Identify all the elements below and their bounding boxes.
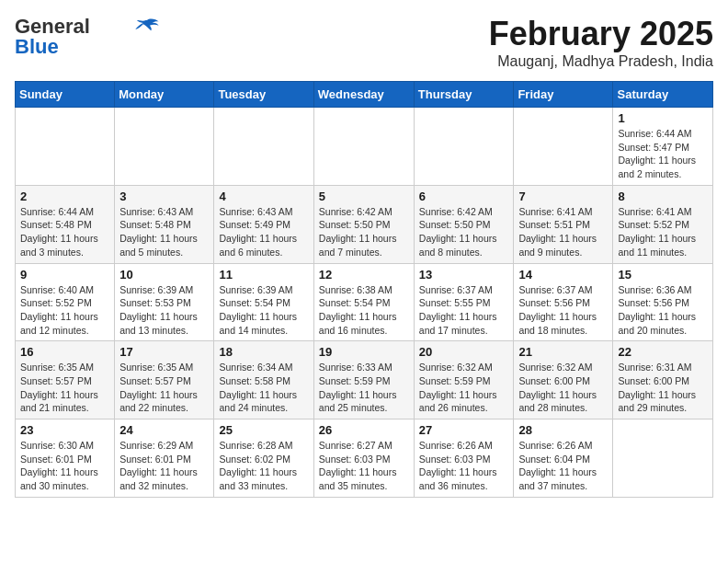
day-number: 14 [518, 268, 608, 282]
day-number: 22 [618, 345, 708, 359]
day-info: Sunrise: 6:43 AM Sunset: 5:49 PM Dayligh… [219, 205, 308, 259]
day-number: 11 [219, 268, 308, 282]
weekday-header-row: SundayMondayTuesdayWednesdayThursdayFrid… [16, 82, 713, 108]
calendar-cell: 25Sunrise: 6:28 AM Sunset: 6:02 PM Dayli… [214, 419, 313, 498]
day-info: Sunrise: 6:35 AM Sunset: 5:57 PM Dayligh… [20, 361, 109, 415]
calendar-cell: 19Sunrise: 6:33 AM Sunset: 5:59 PM Dayli… [313, 341, 414, 419]
calendar-cell: 15Sunrise: 6:36 AM Sunset: 5:56 PM Dayli… [613, 263, 713, 341]
day-number: 9 [20, 268, 109, 282]
day-number: 21 [518, 345, 608, 359]
calendar-cell: 9Sunrise: 6:40 AM Sunset: 5:52 PM Daylig… [16, 263, 115, 341]
weekday-header-tuesday: Tuesday [214, 82, 313, 108]
day-number: 10 [119, 268, 209, 282]
day-info: Sunrise: 6:35 AM Sunset: 5:57 PM Dayligh… [119, 361, 209, 415]
day-number: 5 [319, 190, 409, 203]
calendar-cell [313, 108, 414, 186]
calendar-cell: 27Sunrise: 6:26 AM Sunset: 6:03 PM Dayli… [414, 419, 514, 498]
day-number: 6 [419, 190, 509, 203]
day-info: Sunrise: 6:40 AM Sunset: 5:52 PM Dayligh… [20, 283, 109, 338]
calendar-cell: 5Sunrise: 6:42 AM Sunset: 5:50 PM Daylig… [313, 185, 414, 263]
calendar-cell: 10Sunrise: 6:39 AM Sunset: 5:53 PM Dayli… [115, 263, 214, 341]
calendar-cell: 8Sunrise: 6:41 AM Sunset: 5:52 PM Daylig… [613, 185, 713, 263]
calendar-cell: 6Sunrise: 6:42 AM Sunset: 5:50 PM Daylig… [414, 185, 514, 263]
day-info: Sunrise: 6:42 AM Sunset: 5:50 PM Dayligh… [419, 205, 509, 259]
calendar-cell: 2Sunrise: 6:44 AM Sunset: 5:48 PM Daylig… [16, 185, 115, 263]
calendar-cell: 7Sunrise: 6:41 AM Sunset: 5:51 PM Daylig… [514, 185, 613, 263]
calendar-cell: 26Sunrise: 6:27 AM Sunset: 6:03 PM Dayli… [313, 419, 414, 498]
day-number: 13 [419, 268, 509, 282]
month-title: February 2025 [489, 15, 713, 53]
day-number: 15 [618, 268, 708, 282]
calendar-cell: 24Sunrise: 6:29 AM Sunset: 6:01 PM Dayli… [115, 419, 214, 498]
day-number: 1 [618, 111, 708, 125]
calendar-cell [16, 108, 115, 186]
day-info: Sunrise: 6:44 AM Sunset: 5:48 PM Dayligh… [20, 205, 109, 259]
calendar-cell: 4Sunrise: 6:43 AM Sunset: 5:49 PM Daylig… [214, 185, 313, 263]
day-number: 3 [119, 190, 209, 203]
day-number: 2 [20, 190, 109, 203]
day-info: Sunrise: 6:38 AM Sunset: 5:54 PM Dayligh… [319, 283, 409, 338]
weekday-header-sunday: Sunday [16, 82, 115, 108]
calendar-cell: 3Sunrise: 6:43 AM Sunset: 5:48 PM Daylig… [115, 185, 214, 263]
calendar-cell: 12Sunrise: 6:38 AM Sunset: 5:54 PM Dayli… [313, 263, 414, 341]
day-info: Sunrise: 6:31 AM Sunset: 6:00 PM Dayligh… [618, 361, 708, 415]
calendar-cell: 13Sunrise: 6:37 AM Sunset: 5:55 PM Dayli… [414, 263, 514, 341]
weekday-header-friday: Friday [514, 82, 613, 108]
calendar-cell: 11Sunrise: 6:39 AM Sunset: 5:54 PM Dayli… [214, 263, 313, 341]
day-info: Sunrise: 6:33 AM Sunset: 5:59 PM Dayligh… [319, 361, 409, 415]
calendar-cell: 17Sunrise: 6:35 AM Sunset: 5:57 PM Dayli… [115, 341, 214, 419]
calendar-cell: 20Sunrise: 6:32 AM Sunset: 5:59 PM Dayli… [414, 341, 514, 419]
day-info: Sunrise: 6:44 AM Sunset: 5:47 PM Dayligh… [618, 127, 708, 181]
week-row-1: 2Sunrise: 6:44 AM Sunset: 5:48 PM Daylig… [16, 185, 713, 263]
day-info: Sunrise: 6:39 AM Sunset: 5:53 PM Dayligh… [119, 283, 209, 338]
day-number: 20 [419, 345, 509, 359]
day-number: 24 [119, 423, 209, 437]
day-info: Sunrise: 6:28 AM Sunset: 6:02 PM Dayligh… [219, 439, 308, 493]
weekday-header-thursday: Thursday [414, 82, 514, 108]
day-info: Sunrise: 6:34 AM Sunset: 5:58 PM Dayligh… [219, 361, 308, 415]
day-number: 18 [219, 345, 308, 359]
day-info: Sunrise: 6:30 AM Sunset: 6:01 PM Dayligh… [20, 439, 109, 493]
day-info: Sunrise: 6:27 AM Sunset: 6:03 PM Dayligh… [319, 439, 409, 493]
day-number: 8 [618, 190, 708, 203]
day-number: 25 [219, 423, 308, 437]
calendar-cell [115, 108, 214, 186]
calendar-cell: 28Sunrise: 6:26 AM Sunset: 6:04 PM Dayli… [514, 419, 613, 498]
calendar-cell: 22Sunrise: 6:31 AM Sunset: 6:00 PM Dayli… [613, 341, 713, 419]
day-info: Sunrise: 6:39 AM Sunset: 5:54 PM Dayligh… [219, 283, 308, 338]
weekday-header-saturday: Saturday [613, 82, 713, 108]
logo-blue: Blue [15, 35, 59, 59]
calendar-cell: 23Sunrise: 6:30 AM Sunset: 6:01 PM Dayli… [16, 419, 115, 498]
calendar-cell: 16Sunrise: 6:35 AM Sunset: 5:57 PM Dayli… [16, 341, 115, 419]
day-number: 23 [20, 423, 109, 437]
day-info: Sunrise: 6:29 AM Sunset: 6:01 PM Dayligh… [119, 439, 209, 493]
calendar-cell [613, 419, 713, 498]
calendar-cell [214, 108, 313, 186]
week-row-4: 23Sunrise: 6:30 AM Sunset: 6:01 PM Dayli… [16, 419, 713, 498]
day-info: Sunrise: 6:42 AM Sunset: 5:50 PM Dayligh… [319, 205, 409, 259]
day-info: Sunrise: 6:43 AM Sunset: 5:48 PM Dayligh… [119, 205, 209, 259]
day-info: Sunrise: 6:37 AM Sunset: 5:55 PM Dayligh… [419, 283, 509, 338]
calendar-cell: 21Sunrise: 6:32 AM Sunset: 6:00 PM Dayli… [514, 341, 613, 419]
day-info: Sunrise: 6:32 AM Sunset: 6:00 PM Dayligh… [518, 361, 608, 415]
day-info: Sunrise: 6:41 AM Sunset: 5:51 PM Dayligh… [518, 205, 608, 259]
day-number: 16 [20, 345, 109, 359]
day-info: Sunrise: 6:36 AM Sunset: 5:56 PM Dayligh… [618, 283, 708, 338]
day-number: 28 [518, 423, 608, 437]
day-info: Sunrise: 6:37 AM Sunset: 5:56 PM Dayligh… [518, 283, 608, 338]
calendar-cell: 1Sunrise: 6:44 AM Sunset: 5:47 PM Daylig… [613, 108, 713, 186]
calendar-table: SundayMondayTuesdayWednesdayThursdayFrid… [15, 81, 713, 498]
title-section: February 2025 Mauganj, Madhya Pradesh, I… [489, 15, 713, 70]
calendar-cell: 18Sunrise: 6:34 AM Sunset: 5:58 PM Dayli… [214, 341, 313, 419]
day-info: Sunrise: 6:26 AM Sunset: 6:03 PM Dayligh… [419, 439, 509, 493]
day-number: 27 [419, 423, 509, 437]
week-row-3: 16Sunrise: 6:35 AM Sunset: 5:57 PM Dayli… [16, 341, 713, 419]
day-number: 7 [518, 190, 608, 203]
page-header: General Blue February 2025 Mauganj, Madh… [15, 15, 713, 70]
day-number: 12 [319, 268, 409, 282]
day-number: 19 [319, 345, 409, 359]
day-number: 26 [319, 423, 409, 437]
week-row-2: 9Sunrise: 6:40 AM Sunset: 5:52 PM Daylig… [16, 263, 713, 341]
logo: General Blue [15, 15, 160, 59]
day-number: 4 [219, 190, 308, 203]
